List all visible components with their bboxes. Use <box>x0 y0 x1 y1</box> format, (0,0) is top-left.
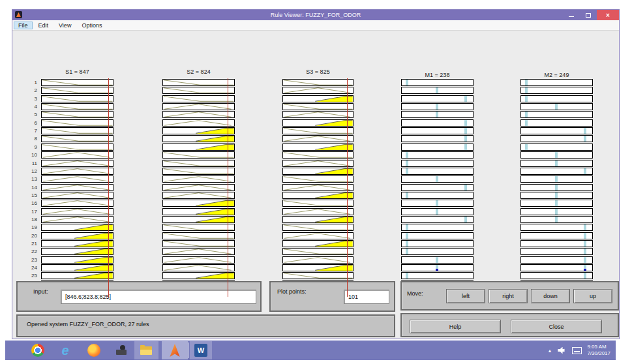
rule-6-s1-plot[interactable] <box>41 119 113 127</box>
rule-15-s2-plot[interactable] <box>162 192 235 199</box>
rule-9-s3-plot[interactable] <box>282 144 354 151</box>
rule-11-s2-plot[interactable] <box>162 160 235 167</box>
rule-10-s3-plot[interactable] <box>282 151 354 159</box>
rule-9-s1-plot[interactable] <box>41 144 113 151</box>
file-explorer-icon[interactable] <box>140 344 153 357</box>
rule-2-s2-plot[interactable] <box>162 87 235 94</box>
rule-18-s3-plot[interactable] <box>282 216 354 223</box>
rule-20-s2-plot[interactable] <box>162 232 235 239</box>
rule-25-s1-plot[interactable] <box>41 272 113 279</box>
rule-21-s1-plot[interactable] <box>41 240 113 247</box>
menu-edit[interactable]: Edit <box>34 22 53 29</box>
rule-3-s3-plot[interactable] <box>282 95 354 102</box>
rule-15-s1-plot[interactable] <box>41 192 113 199</box>
move-up-button[interactable]: up <box>573 289 612 303</box>
rule-14-s1-plot[interactable] <box>41 184 113 191</box>
close-button[interactable]: Close <box>511 320 602 333</box>
rule-24-s2-plot[interactable] <box>162 264 235 271</box>
rule-18-s2-plot[interactable] <box>162 216 235 223</box>
rule-16-s2-plot[interactable] <box>162 200 235 207</box>
internet-explorer-icon[interactable]: e <box>59 344 72 357</box>
rule-4-s2-plot[interactable] <box>162 103 235 110</box>
rule-21-s2-plot[interactable] <box>162 240 235 247</box>
rule-24-s3-plot[interactable] <box>282 264 354 271</box>
rule-3-s1-plot[interactable] <box>41 95 113 102</box>
rule-16-s3-plot[interactable] <box>282 200 354 207</box>
menu-view[interactable]: View <box>54 22 76 29</box>
rule-19-s1-plot[interactable] <box>41 224 113 231</box>
help-button[interactable]: Help <box>410 320 501 333</box>
rule-22-s1-plot[interactable] <box>41 248 113 255</box>
rule-17-s1-plot[interactable] <box>41 208 113 215</box>
rule-4-s3-plot[interactable] <box>282 103 354 110</box>
rule-6-s2-plot[interactable] <box>162 119 235 127</box>
move-down-button[interactable]: down <box>531 289 570 303</box>
rule-7-s1-plot[interactable] <box>41 127 113 134</box>
rule-2-s1-plot[interactable] <box>41 87 113 94</box>
rule-20-s1-plot[interactable] <box>41 232 113 239</box>
rule-3-s2-plot[interactable] <box>162 95 235 102</box>
rule-21-s3-plot[interactable] <box>282 240 354 247</box>
rule-17-s3-plot[interactable] <box>282 208 354 215</box>
input-value-line-s3[interactable] <box>347 78 348 297</box>
tray-expand-icon[interactable]: ▲ <box>547 348 552 353</box>
input-value-line-s2[interactable] <box>228 78 228 297</box>
close-window-button[interactable]: × <box>597 10 619 20</box>
chrome-icon[interactable] <box>31 344 44 357</box>
rule-6-s3-plot[interactable] <box>282 119 354 127</box>
minimize-button[interactable] <box>563 10 580 20</box>
rule-19-s2-plot[interactable] <box>162 224 235 231</box>
rule-24-s1-plot[interactable] <box>41 264 113 271</box>
rule-10-s2-plot[interactable] <box>162 151 235 159</box>
keyboard-icon[interactable] <box>572 347 582 354</box>
clock[interactable]: 9:05 AM 7/30/2017 <box>587 344 613 357</box>
rule-17-s2-plot[interactable] <box>162 208 235 215</box>
rule-18-s1-plot[interactable] <box>41 216 113 223</box>
rule-8-s2-plot[interactable] <box>162 135 235 142</box>
rule-11-s1-plot[interactable] <box>41 160 113 167</box>
maximize-button[interactable] <box>580 10 597 20</box>
rule-12-s1-plot[interactable] <box>41 168 113 175</box>
rule-13-s2-plot[interactable] <box>162 175 235 183</box>
rule-9-s2-plot[interactable] <box>162 144 235 151</box>
rule-25-s2-plot[interactable] <box>162 272 235 279</box>
input-value-line-s1[interactable] <box>108 78 109 297</box>
rule-23-s2-plot[interactable] <box>162 256 235 264</box>
rule-22-s3-plot[interactable] <box>282 248 354 255</box>
rule-5-s2-plot[interactable] <box>162 111 235 118</box>
speaker-icon[interactable] <box>558 347 566 354</box>
rule-22-s2-plot[interactable] <box>162 248 235 255</box>
firefox-icon[interactable] <box>87 344 100 357</box>
rule-1-s1-plot[interactable] <box>41 79 113 86</box>
rule-1-s2-plot[interactable] <box>162 79 235 86</box>
rule-23-s3-plot[interactable] <box>282 256 354 264</box>
rule-16-s1-plot[interactable] <box>41 200 113 207</box>
rule-13-s3-plot[interactable] <box>282 175 354 183</box>
rule-19-s3-plot[interactable] <box>282 224 354 231</box>
menu-options[interactable]: Options <box>77 22 106 29</box>
rule-12-s3-plot[interactable] <box>282 168 354 175</box>
rule-4-s1-plot[interactable] <box>41 103 113 110</box>
rule-10-s1-plot[interactable] <box>41 151 113 159</box>
rule-5-s1-plot[interactable] <box>41 111 113 118</box>
rule-14-s3-plot[interactable] <box>282 184 354 191</box>
move-right-button[interactable]: right <box>489 289 528 303</box>
rule-7-s2-plot[interactable] <box>162 127 235 134</box>
rule-23-s1-plot[interactable] <box>41 256 113 264</box>
plot-points-field[interactable]: 101 <box>344 290 389 304</box>
rule-1-s3-plot[interactable] <box>282 79 354 86</box>
rule-14-s2-plot[interactable] <box>162 184 235 191</box>
camera-app-icon[interactable] <box>115 344 128 357</box>
word-icon[interactable]: W <box>194 344 207 357</box>
rule-12-s2-plot[interactable] <box>162 168 235 175</box>
rule-13-s1-plot[interactable] <box>41 175 113 183</box>
input-field[interactable]: [846.6;823.8;825] <box>61 290 256 304</box>
menu-file[interactable]: File <box>14 22 33 29</box>
rule-8-s1-plot[interactable] <box>41 135 113 142</box>
rule-11-s3-plot[interactable] <box>282 160 354 167</box>
rule-8-s3-plot[interactable] <box>282 135 354 142</box>
move-left-button[interactable]: left <box>446 289 485 303</box>
rule-7-s3-plot[interactable] <box>282 127 354 134</box>
rule-20-s3-plot[interactable] <box>282 232 354 239</box>
rule-2-s3-plot[interactable] <box>282 87 354 94</box>
